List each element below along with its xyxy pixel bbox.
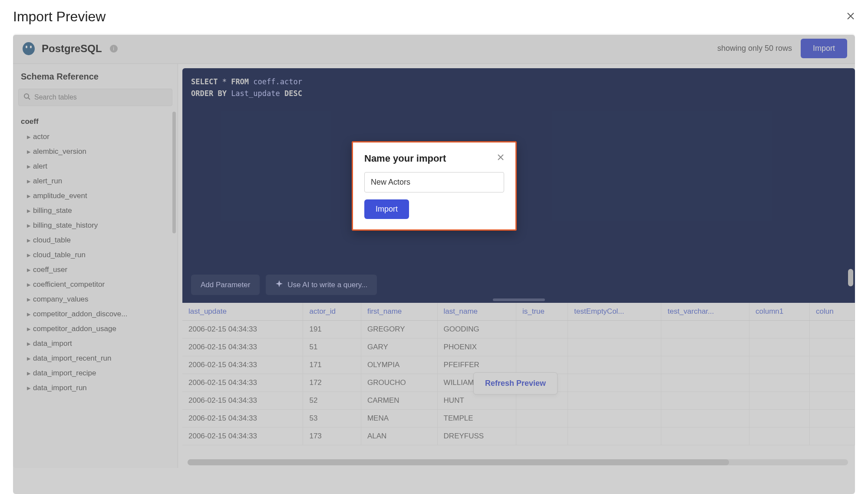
schema-name[interactable]: coeff (18, 114, 172, 129)
table-cell (661, 428, 749, 445)
table-cell (810, 374, 855, 392)
table-item-label: alert (33, 162, 47, 171)
table-cell (516, 428, 568, 445)
table-cell: 171 (303, 356, 361, 374)
chevron-right-icon: ▶ (27, 385, 30, 391)
table-row: 2006-02-15 04:34:3351GARYPHOENIX (182, 338, 855, 356)
table-cell (516, 410, 568, 428)
table-item-label: billing_state (33, 206, 72, 215)
table-cell (810, 356, 855, 374)
sidebar-scrollbar[interactable] (172, 112, 176, 233)
sidebar-table-item[interactable]: ▶competitor_addon_usage (18, 322, 172, 336)
sidebar-table-item[interactable]: ▶data_import_recipe (18, 366, 172, 381)
search-icon (23, 93, 30, 102)
page-title: Import Preview (13, 9, 106, 25)
table-cell (749, 392, 809, 410)
vertical-scrollbar[interactable] (848, 269, 853, 286)
sidebar-table-item[interactable]: ▶coefficient_competitor (18, 277, 172, 292)
table-item-label: competitor_addon_discove... (33, 310, 127, 318)
close-icon (846, 12, 855, 20)
table-item-label: alert_run (33, 177, 62, 186)
table-cell: 53 (303, 410, 361, 428)
sidebar-table-item[interactable]: ▶data_import_recent_run (18, 351, 172, 366)
modal-title: Name your import (364, 153, 446, 164)
column-header[interactable]: last_update (182, 303, 303, 321)
table-cell (749, 356, 809, 374)
editor-resize-handle[interactable] (493, 298, 545, 301)
table-cell (661, 321, 749, 338)
table-cell (661, 410, 749, 428)
add-parameter-button[interactable]: Add Parameter (191, 275, 260, 295)
column-header[interactable]: test_varchar... (661, 303, 749, 321)
column-header[interactable]: testEmptyCol... (568, 303, 661, 321)
sidebar-table-item[interactable]: ▶billing_state_history (18, 218, 172, 233)
sidebar-table-item[interactable]: ▶alert_run (18, 174, 172, 189)
table-cell (568, 410, 661, 428)
table-cell: ALAN (361, 428, 437, 445)
column-header[interactable]: column1 (749, 303, 809, 321)
table-cell: 2006-02-15 04:34:33 (182, 338, 303, 356)
column-header[interactable]: last_name (437, 303, 516, 321)
close-icon (497, 154, 504, 161)
sidebar-table-item[interactable]: ▶billing_state (18, 203, 172, 218)
modal-import-button[interactable]: Import (364, 199, 409, 219)
table-cell: MENA (361, 410, 437, 428)
chevron-right-icon: ▶ (27, 297, 30, 302)
import-button[interactable]: Import (801, 39, 847, 58)
sidebar-table-item[interactable]: ▶alembic_version (18, 144, 172, 159)
sidebar-table-item[interactable]: ▶coeff_user (18, 262, 172, 277)
chevron-right-icon: ▶ (27, 326, 30, 332)
sidebar-table-item[interactable]: ▶amplitude_event (18, 189, 172, 203)
import-name-input[interactable] (364, 172, 504, 192)
sidebar-table-item[interactable]: ▶data_import (18, 336, 172, 351)
table-item-label: billing_state_history (33, 221, 98, 230)
sidebar-table-item[interactable]: ▶company_values (18, 292, 172, 307)
chevron-right-icon: ▶ (27, 164, 30, 169)
chevron-right-icon: ▶ (27, 193, 30, 199)
table-item-label: coefficient_competitor (33, 280, 105, 289)
column-header[interactable]: first_name (361, 303, 437, 321)
table-cell: PHOENIX (437, 338, 516, 356)
table-cell (749, 410, 809, 428)
svg-point-0 (23, 42, 35, 55)
sidebar-table-item[interactable]: ▶data_import_run (18, 381, 172, 395)
column-header[interactable]: colun (810, 303, 855, 321)
table-cell (810, 410, 855, 428)
table-row: 2006-02-15 04:34:33173ALANDREYFUSS (182, 428, 855, 445)
chevron-right-icon: ▶ (27, 312, 30, 317)
close-outer-button[interactable] (846, 11, 855, 23)
sidebar-table-item[interactable]: ▶actor (18, 129, 172, 144)
table-item-label: data_import_recent_run (33, 354, 112, 363)
horizontal-scrollbar-thumb[interactable] (188, 459, 729, 465)
chevron-right-icon: ▶ (27, 341, 30, 347)
table-cell: OLYMPIA (361, 356, 437, 374)
sidebar-table-item[interactable]: ▶cloud_table (18, 233, 172, 248)
column-header[interactable]: actor_id (303, 303, 361, 321)
sidebar-table-item[interactable]: ▶alert (18, 159, 172, 174)
table-cell (810, 392, 855, 410)
sql-editor[interactable]: SELECT * FROM coeff.actor ORDER BY Last_… (182, 68, 855, 303)
table-cell: GOODING (437, 321, 516, 338)
refresh-preview-button[interactable]: Refresh Preview (473, 372, 558, 395)
chevron-right-icon: ▶ (27, 208, 30, 214)
sql-keyword: ORDER BY (191, 89, 227, 98)
table-cell (661, 356, 749, 374)
table-cell (661, 374, 749, 392)
table-cell: 2006-02-15 04:34:33 (182, 392, 303, 410)
horizontal-scrollbar[interactable] (188, 459, 848, 465)
table-cell (749, 321, 809, 338)
table-cell (810, 338, 855, 356)
sidebar-table-item[interactable]: ▶competitor_addon_discove... (18, 307, 172, 322)
column-header[interactable]: is_true (516, 303, 568, 321)
table-cell (661, 392, 749, 410)
table-row: 2006-02-15 04:34:3353MENATEMPLE (182, 410, 855, 428)
sidebar-table-item[interactable]: ▶cloud_table_run (18, 248, 172, 262)
table-cell (568, 321, 661, 338)
table-item-label: cloud_table_run (33, 251, 86, 259)
info-icon[interactable]: i (110, 45, 118, 53)
table-row: 2006-02-15 04:34:33191GREGORYGOODING (182, 321, 855, 338)
chevron-right-icon: ▶ (27, 371, 30, 376)
search-input[interactable] (18, 89, 172, 106)
ai-query-button[interactable]: Use AI to write a query... (266, 275, 377, 295)
modal-close-button[interactable] (497, 153, 504, 163)
